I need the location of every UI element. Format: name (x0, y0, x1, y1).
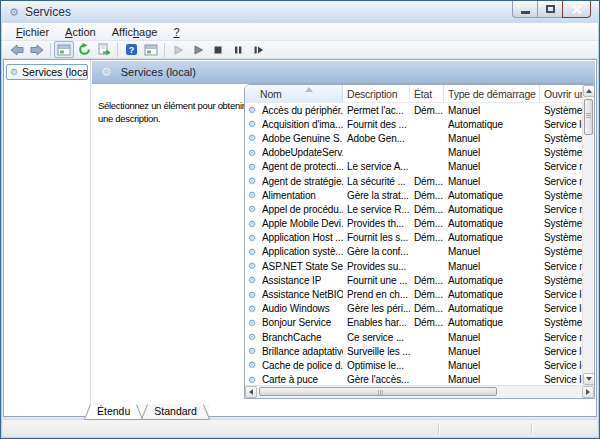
vertical-scrollbar[interactable] (582, 85, 594, 385)
table-row[interactable]: ⚙ Assistance IP Fournit une ... Dém... A… (245, 273, 582, 287)
table-row[interactable]: ⚙ Application Host ... Fournit les s... … (245, 231, 582, 245)
service-gear-icon: ⚙ (248, 105, 259, 115)
scroll-right-button[interactable] (582, 386, 594, 398)
table-row[interactable]: ⚙ Appel de procédu... Le service R... Dé… (245, 202, 582, 216)
table-row[interactable]: ⚙ BranchCache Ce service ... Manuel Serv… (245, 330, 582, 344)
back-button[interactable] (7, 41, 27, 58)
service-description: Le service R... (343, 202, 410, 216)
tab-label: Étendu (97, 405, 130, 417)
service-status: Dém... (410, 287, 444, 301)
service-description: Fournit les s... (343, 231, 410, 245)
table-row[interactable]: ⚙ Adobe Genuine S... Adobe Gen... Manuel… (245, 131, 582, 145)
service-gear-icon: ⚙ (248, 233, 259, 243)
service-description: Fournit une ... (343, 273, 410, 287)
scroll-left-button[interactable] (245, 386, 257, 398)
minimize-button[interactable] (512, 1, 537, 18)
service-status (410, 117, 444, 131)
forward-button[interactable] (27, 41, 47, 58)
restart-service-button[interactable] (248, 41, 268, 58)
service-startup-type: Manuel (444, 131, 540, 145)
menu-fichier[interactable]: Fichier (8, 24, 57, 40)
horizontal-scroll-thumb[interactable] (259, 387, 497, 396)
table-row[interactable]: ⚙ Bonjour Service Enables har... Dém... … (245, 316, 582, 330)
table-row[interactable]: ⚙ Apple Mobile Devi... Provides th... Dé… (245, 217, 582, 231)
menu-affichage[interactable]: Affichage (104, 24, 166, 40)
tree-item-services-local[interactable]: ⚙ Services (local) (6, 64, 88, 80)
column-header-description[interactable]: Description (343, 85, 410, 102)
start-service-button[interactable] (168, 41, 188, 58)
tab-label: Standard (154, 405, 197, 417)
scroll-down-button[interactable] (583, 373, 595, 385)
table-row[interactable]: ⚙ Brillance adaptative Surveille les ...… (245, 344, 582, 358)
table-row[interactable]: ⚙ Audio Windows Gère les péri... Dém... … (245, 302, 582, 316)
help-button[interactable]: ? (121, 41, 141, 58)
service-name: Assistance NetBIO... (262, 289, 343, 300)
tree-item-label: Services (local) (22, 66, 88, 78)
service-logon-as: Système lo (540, 217, 582, 231)
properties-window-icon (144, 44, 158, 56)
service-name: Application Host ... (262, 232, 343, 243)
refresh-button[interactable] (74, 41, 94, 58)
service-gear-icon: ⚙ (248, 290, 259, 300)
service-description (343, 146, 410, 160)
start-service-icon (172, 44, 184, 56)
show-window-button[interactable] (141, 41, 161, 58)
service-startup-type: Automatique (444, 217, 540, 231)
menu-help[interactable]: ? (165, 24, 187, 40)
hint-line-1: Sélectionnez un élément pour obtenir (98, 99, 245, 112)
service-gear-icon: ⚙ (248, 190, 259, 200)
service-startup-type: Manuel (444, 358, 540, 372)
services-node-icon: ⚙ (10, 67, 18, 77)
service-gear-icon: ⚙ (248, 133, 259, 143)
window-title: Services (25, 5, 71, 19)
show-console-tree-button[interactable] (54, 41, 74, 58)
title-bar[interactable]: ⚙ Services (1, 1, 599, 23)
maximize-button[interactable] (537, 1, 562, 18)
stop-service-button[interactable] (208, 41, 228, 58)
tab-standard[interactable]: Standard (142, 404, 209, 420)
column-header-etat[interactable]: État (410, 85, 444, 102)
table-header: Nom Description État Type de démarrage O… (245, 85, 582, 103)
service-gear-icon: ⚙ (248, 119, 259, 129)
view-tabs: Étendu Standard (85, 404, 209, 420)
service-description: Optimise le... (343, 358, 410, 372)
column-header-nom[interactable]: Nom (245, 85, 343, 102)
table-row[interactable]: ⚙ Assistance NetBIO... Prend en ch... Dé… (245, 287, 582, 301)
service-logon-as: Service rés (540, 174, 582, 188)
table-row[interactable]: ⚙ AdobeUpdateServ... Manuel Système lo (245, 146, 582, 160)
service-startup-type: Automatique (444, 202, 540, 216)
svg-text:?: ? (128, 45, 134, 55)
table-row[interactable]: ⚙ Accès du périphér... Permet l'ac... Dé… (245, 103, 582, 117)
service-startup-type: Manuel (444, 344, 540, 358)
description-hint: Sélectionnez un élément pour obtenir une… (98, 99, 245, 125)
table-row[interactable]: ⚙ Carte à puce Gère l'accès... Manuel Se… (245, 373, 582, 385)
table-row[interactable]: ⚙ Alimentation Gère la strat... Dém... A… (245, 188, 582, 202)
horizontal-scrollbar[interactable] (245, 385, 594, 398)
table-row[interactable]: ⚙ Cache de police d... Optimise le... Ma… (245, 358, 582, 372)
tab-etendu[interactable]: Étendu (85, 404, 142, 420)
export-list-button[interactable] (94, 41, 114, 58)
service-logon-as: Système lo (540, 188, 582, 202)
vertical-scroll-thumb[interactable] (584, 99, 593, 135)
column-header-ouvrir-une[interactable]: Ouvrir une (540, 85, 582, 102)
resume-service-button[interactable] (188, 41, 208, 58)
service-startup-type: Manuel (444, 174, 540, 188)
service-gear-icon: ⚙ (248, 247, 259, 257)
service-description: Le service A... (343, 160, 410, 174)
table-row[interactable]: ⚙ Agent de stratégie... La sécurité ... … (245, 174, 582, 188)
table-row[interactable]: ⚙ Agent de protecti... Le service A... M… (245, 160, 582, 174)
scroll-up-button[interactable] (583, 85, 595, 97)
service-startup-type: Manuel (444, 373, 540, 385)
table-row[interactable]: ⚙ Application systè... Gère la conf... M… (245, 245, 582, 259)
service-logon-as: Système lo (540, 273, 582, 287)
service-name: Application systè... (262, 246, 343, 257)
menu-action[interactable]: Action (57, 24, 104, 40)
close-button[interactable] (562, 1, 591, 18)
service-logon-as: Système lo (540, 245, 582, 259)
column-header-type-demarrage[interactable]: Type de démarrage (444, 85, 540, 102)
service-gear-icon: ⚙ (248, 318, 259, 328)
service-startup-type: Manuel (444, 245, 540, 259)
table-row[interactable]: ⚙ ASP.NET State Ser... Provides su... Ma… (245, 259, 582, 273)
pause-service-button[interactable] (228, 41, 248, 58)
table-row[interactable]: ⚙ Acquisition d'ima... Fournit des ... A… (245, 117, 582, 131)
